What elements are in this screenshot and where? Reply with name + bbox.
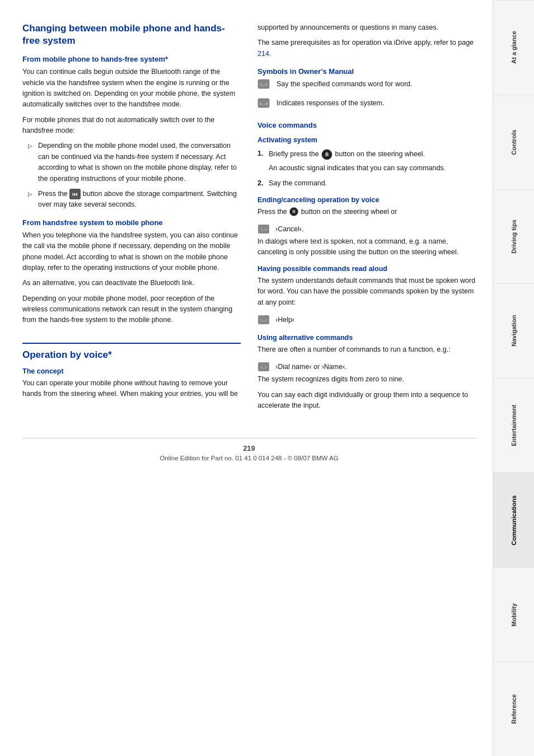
steering-wheel-button-icon — [321, 148, 333, 161]
list-item: 2. Say the command. — [257, 178, 476, 189]
alternative-body1: There are often a number of commands to … — [257, 344, 476, 355]
symbol-text-1: Say the specified commands word for word… — [277, 79, 412, 90]
concept-body3: The same prerequisites as for operation … — [257, 38, 476, 59]
voice-commands-heading: Voice commands — [257, 121, 476, 129]
svg-point-5 — [326, 153, 328, 156]
concept-body1: You can operate your mobile phone withou… — [22, 378, 241, 400]
help-cmd-icon: ›...‹ — [257, 315, 273, 325]
symbol-text-2: Indicates responses of the system. — [277, 98, 384, 109]
dial-cmd-text: ›Dial name‹ or ›Name‹. — [275, 363, 347, 371]
sub1-heading: From mobile phone to hands-free system* — [22, 55, 241, 63]
ending-heading: Ending/canceling operation by voice — [257, 196, 476, 204]
sidebar-tab-at-a-glance[interactable]: At a glance — [493, 0, 534, 95]
bullet-list: Depending on the mobile phone model used… — [28, 141, 241, 210]
read-aloud-body1: The system understands default commands … — [257, 276, 476, 308]
svg-text:»...«: »...« — [259, 101, 268, 106]
main-content: Changing between mobile phone and hands-… — [0, 0, 493, 756]
svg-text:›...‹: ›...‹ — [261, 318, 267, 322]
sub2-body2: As an alternative, you can deactivate th… — [22, 278, 241, 288]
help-cmd: ›...‹ ›Help‹ — [257, 315, 294, 325]
list-item: 1. Briefly press the button on the steer… — [257, 148, 476, 174]
steering-wheel-button-icon-2 — [289, 207, 299, 217]
step1-note: An acoustic signal indicates that you ca… — [269, 163, 476, 174]
sub1-body2: For mobile phones that do not automatica… — [22, 115, 241, 137]
sidebar: At a glance Controls Driving tips Naviga… — [493, 0, 534, 756]
svg-text:›...‹: ›...‹ — [261, 365, 267, 369]
symbol-row-1: ›...‹ Say the specified commands word fo… — [257, 79, 476, 94]
right-column: supported by announcements or questions … — [257, 22, 476, 416]
page-footer: 219 Online Edition for Part no. 01 41 0 … — [22, 438, 476, 461]
page-link[interactable]: 214 — [257, 50, 269, 58]
footer-text: Online Edition for Part no. 01 41 0 014 … — [22, 455, 476, 461]
sub2-body3: Depending on your mobile phone model, po… — [22, 293, 241, 326]
cancel-cmd-text: ›Cancel‹. — [275, 225, 304, 233]
read-aloud-heading: Having possible commands read aloud — [257, 265, 476, 273]
sidebar-tab-navigation[interactable]: Navigation — [493, 283, 534, 378]
symbol-icon-2: »...« — [257, 98, 273, 108]
cancel-cmd: ›...‹ ›Cancel‹. — [257, 224, 304, 234]
sidebar-tab-controls[interactable]: Controls — [493, 95, 534, 189]
dial-cmd: ›...‹ ›Dial name‹ or ›Name‹. — [257, 362, 347, 372]
sub2-body1: When you telephone via the handsfree sys… — [22, 230, 241, 274]
two-column-layout: Changing between mobile phone and hands-… — [22, 22, 476, 416]
help-cmd-text: ›Help‹ — [275, 316, 294, 324]
symbols-heading: Symbols in Owner's Manual — [257, 67, 476, 76]
list-item: Depending on the mobile phone model used… — [28, 141, 241, 184]
concept-heading: The concept — [22, 367, 241, 375]
svg-point-7 — [293, 211, 295, 213]
sidebar-tab-reference[interactable]: Reference — [493, 661, 534, 756]
dial-cmd-icon: ›...‹ — [257, 362, 273, 372]
activating-heading: Activating system — [257, 136, 476, 144]
ending-body2: In dialogs where text is spoken, not a c… — [257, 236, 476, 258]
symbol-row-2: »...« Indicates responses of the system. — [257, 98, 476, 113]
alternative-body2: The system recognizes digits from zero t… — [257, 374, 476, 385]
sidebar-tab-entertainment[interactable]: Entertainment — [493, 378, 534, 473]
sidebar-tab-communications[interactable]: Communications — [493, 473, 534, 567]
sidebar-tab-driving-tips[interactable]: Driving tips — [493, 189, 534, 284]
list-item: Press the ⏮ button above the storage com… — [28, 189, 241, 211]
svg-text:›...‹: ›...‹ — [260, 82, 268, 87]
concept-body2: supported by announcements or questions … — [257, 22, 476, 33]
alternative-body3: You can say each digit individually or g… — [257, 390, 476, 412]
left-column: Changing between mobile phone and hands-… — [22, 22, 241, 416]
symbol-icon-1: ›...‹ — [257, 79, 273, 89]
section1-title: Changing between mobile phone and hands-… — [22, 22, 241, 47]
section2-title: Operation by voice* — [22, 343, 241, 361]
activating-steps: 1. Briefly press the button on the steer… — [257, 148, 476, 189]
storage-button-icon: ⏮ — [69, 189, 81, 200]
cmd-icon: ›...‹ — [257, 224, 273, 234]
alternative-heading: Using alternative commands — [257, 334, 476, 342]
svg-text:›...‹: ›...‹ — [261, 227, 267, 231]
sub2-heading: From handsfree system to mobile phone — [22, 218, 241, 227]
ending-body1: Press the button on the steering wheel o… — [257, 207, 476, 217]
sub1-body1: You can continue calls begun outside the… — [22, 67, 241, 110]
page-number: 219 — [22, 444, 476, 452]
sidebar-tab-mobility[interactable]: Mobility — [493, 567, 534, 662]
